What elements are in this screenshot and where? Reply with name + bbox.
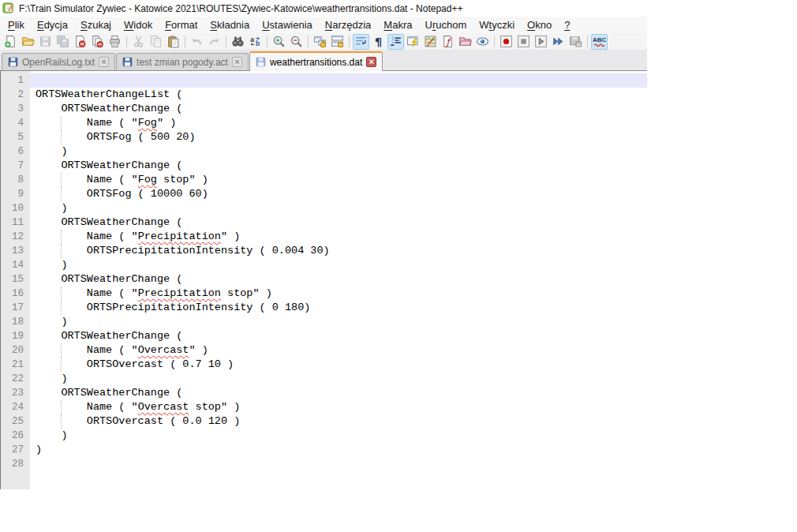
code-line[interactable] <box>30 73 647 88</box>
code-text: ORTSWeatherChange ( <box>36 273 182 285</box>
toolbar-button-word-wrap[interactable] <box>353 34 369 50</box>
toolbar-button-macro-record[interactable] <box>498 34 514 50</box>
menu-format[interactable]: Format <box>159 18 204 32</box>
indent-guide-line <box>61 116 62 130</box>
toolbar-button-find[interactable] <box>230 34 246 50</box>
menu-ustawienia[interactable]: Ustawienia <box>256 18 319 32</box>
menu-wtyczki[interactable]: Wtyczki <box>473 18 521 32</box>
toolbar-button-paste[interactable] <box>165 34 181 50</box>
toolbar-button-redo[interactable] <box>206 34 223 50</box>
line-number: 2 <box>1 88 30 102</box>
toolbar-button-undo[interactable] <box>189 34 205 50</box>
code-line[interactable]: ) <box>30 443 647 457</box>
code-line[interactable]: ORTSWeatherChange ( <box>30 215 647 230</box>
code-line[interactable]: ORTSPrecipitationIntensity ( 0 180) <box>30 301 647 315</box>
code-line[interactable]: ORTSWeatherChange ( <box>30 159 647 173</box>
code-line[interactable]: ORTSWeatherChange ( <box>30 102 647 116</box>
define-language-icon <box>406 35 420 48</box>
code-line[interactable]: ORTSWeatherChange ( <box>30 272 647 287</box>
toolbar-button-spell-check[interactable]: ABC <box>591 34 608 50</box>
print-icon <box>108 35 122 48</box>
toolbar-button-macro-run-multiple[interactable] <box>550 34 567 50</box>
code-line[interactable]: Name ( "Fog stop" ) <box>30 173 647 187</box>
indent-guide-line <box>61 130 62 144</box>
tab-openrailslog-txt[interactable]: OpenRailsLog.txt× <box>2 53 115 70</box>
line-number: 9 <box>1 187 30 201</box>
toolbar-button-new-file[interactable] <box>2 34 19 50</box>
tab-close-icon[interactable]: × <box>99 57 109 67</box>
code-line[interactable]: Name ( "Precipitation" ) <box>30 230 647 244</box>
menu-makra[interactable]: Makra <box>377 18 418 32</box>
toolbar-button-monitoring-eye[interactable] <box>474 34 491 50</box>
code-line[interactable]: ) <box>30 144 647 159</box>
toolbar-button-macro-save[interactable] <box>567 34 584 50</box>
toolbar-button-document-map[interactable] <box>422 34 439 50</box>
code-text: Name ( " <box>36 344 138 356</box>
line-number: 6 <box>1 144 30 159</box>
menu-plik[interactable]: Plik <box>2 18 31 32</box>
menu-help[interactable]: ? <box>558 18 576 32</box>
code-area[interactable]: ORTSWeatherChangeList ( ORTSWeatherChang… <box>30 71 647 489</box>
menu-uruchom[interactable]: Uruchom <box>418 18 473 32</box>
toolbar-button-define-language[interactable] <box>405 34 421 50</box>
code-line[interactable]: ) <box>30 201 647 215</box>
code-line[interactable]: ) <box>30 315 647 329</box>
toolbar-button-close-file[interactable] <box>72 34 88 50</box>
toolbar-button-show-all-characters[interactable]: ¶ <box>370 34 387 50</box>
toolbar-separator <box>185 36 185 47</box>
toolbar-button-function-list[interactable]: ƒ <box>440 34 456 50</box>
code-line[interactable]: ORTSWeatherChange ( <box>30 386 647 400</box>
toolbar-button-save[interactable] <box>37 34 54 50</box>
new-file-icon <box>4 35 17 48</box>
toolbar-button-zoom-in[interactable] <box>271 34 287 50</box>
code-line[interactable]: ) <box>30 258 647 272</box>
code-line[interactable]: ORTSOvercast ( 0.7 10 ) <box>30 358 647 372</box>
line-number: 17 <box>1 301 30 315</box>
code-line[interactable]: ORTSWeatherChangeList ( <box>30 88 647 102</box>
tab-label: test zmian pogody.act <box>137 57 228 68</box>
title-bar: F:\Train Simulator Zywiec - Katowice 202… <box>0 0 647 17</box>
toolbar-button-close-all[interactable] <box>89 34 106 50</box>
code-line[interactable]: ORTSFog ( 500 20) <box>30 130 647 144</box>
menu-edycja[interactable]: Edycja <box>31 18 74 32</box>
tab-close-icon[interactable]: × <box>232 57 242 67</box>
tab-label: OpenRailsLog.txt <box>22 57 95 68</box>
menu-szukaj[interactable]: Szukaj <box>74 18 118 32</box>
toolbar-button-cut[interactable] <box>130 34 147 50</box>
toolbar-button-macro-stop[interactable] <box>515 34 532 50</box>
toolbar-button-print[interactable] <box>107 34 123 50</box>
code-line[interactable]: ORTSFog ( 10000 60) <box>30 187 647 201</box>
code-line[interactable]: Name ( "Fog" ) <box>30 116 647 130</box>
code-line[interactable]: Name ( "Overcast stop" ) <box>30 400 647 414</box>
code-text: ) <box>36 202 68 214</box>
undo-icon <box>190 35 204 48</box>
toolbar-button-replace[interactable]: ab <box>247 34 264 50</box>
menu-widok[interactable]: Widok <box>118 18 159 32</box>
code-line[interactable]: ORTSPrecipitationIntensity ( 0.004 30) <box>30 244 647 258</box>
menu-sk-adnia[interactable]: Składnia <box>204 18 256 32</box>
code-line[interactable]: Name ( "Overcast" ) <box>30 343 647 358</box>
sync-vertical-icon <box>313 35 327 48</box>
toolbar-button-zoom-out[interactable] <box>288 34 305 50</box>
code-line[interactable]: ) <box>30 372 647 386</box>
toolbar-button-save-all[interactable] <box>54 34 71 50</box>
toolbar-button-folder-as-workspace[interactable] <box>457 34 473 50</box>
toolbar-button-open-folder[interactable] <box>20 34 36 50</box>
code-line[interactable] <box>30 457 647 471</box>
toolbar-button-sync-vertical[interactable] <box>312 34 328 50</box>
menu-okno[interactable]: Okno <box>521 18 558 32</box>
code-line[interactable]: Name ( "Precipitation stop" ) <box>30 287 647 301</box>
tab-weathertransitions-dat[interactable]: weathertransitions.dat× <box>249 51 383 71</box>
code-line[interactable]: ORTSOvercast ( 0.0 120 ) <box>30 414 647 429</box>
toolbar-button-macro-play[interactable] <box>533 34 549 50</box>
toolbar-button-indent-guide[interactable] <box>387 34 404 50</box>
code-line[interactable]: ) <box>30 429 647 443</box>
misspelled-word: Fog <box>138 174 157 185</box>
menu-narz-dzia[interactable]: Narzędzia <box>319 18 378 32</box>
code-line[interactable]: ORTSWeatherChange ( <box>30 329 647 343</box>
close-file-icon <box>73 35 87 48</box>
toolbar-button-copy[interactable] <box>148 34 164 50</box>
tab-test-zmian-pogody-act[interactable]: test zmian pogody.act× <box>116 53 249 70</box>
toolbar-button-sync-horizontal[interactable] <box>329 34 346 50</box>
tab-close-icon[interactable]: × <box>366 57 376 67</box>
